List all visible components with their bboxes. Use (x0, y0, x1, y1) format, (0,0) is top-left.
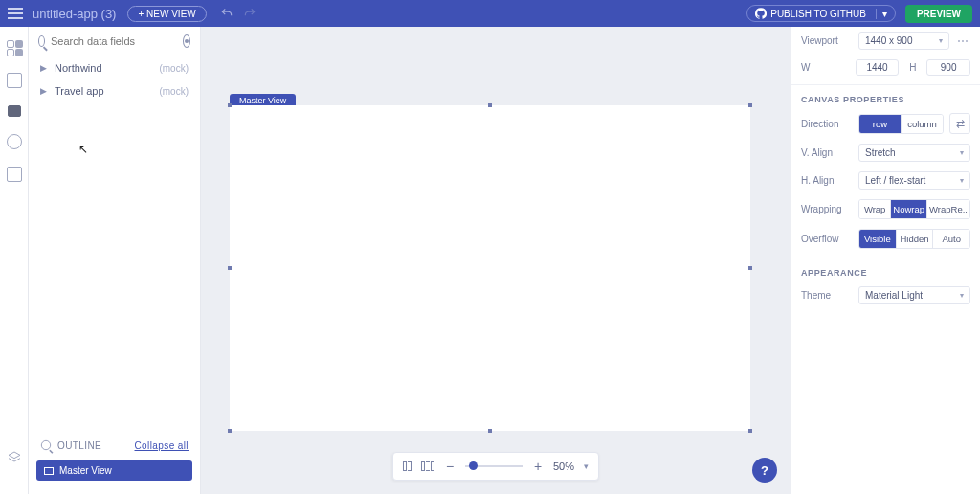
canvas[interactable] (230, 105, 750, 431)
datasource-item-northwind[interactable]: ▶ Northwind (mock) (29, 56, 200, 79)
section-canvas-properties: CANVAS PROPERTIES (791, 84, 980, 108)
prop-label-halign: H. Align (801, 175, 853, 186)
components-icon[interactable] (7, 40, 22, 56)
collapse-all-link[interactable]: Collapse all (135, 440, 189, 451)
chevron-down-icon: ▾ (939, 36, 943, 45)
outline-item-master-view[interactable]: Master View (36, 460, 192, 481)
canvas-area[interactable]: Master View − + 50% ▾ ? (201, 27, 791, 494)
zoom-in-button[interactable]: + (532, 459, 544, 474)
undo-icon[interactable] (220, 7, 234, 20)
direction-column-button[interactable]: column (902, 115, 943, 133)
target-icon[interactable] (183, 34, 190, 48)
nav-rail (0, 27, 29, 494)
theme-select[interactable]: Material Light ▾ (858, 286, 970, 304)
overflow-toggle: Visible Hidden Auto (858, 229, 970, 249)
cursor-icon: ↖ (78, 143, 88, 156)
top-bar: untitled-app (3) + NEW VIEW PUBLISH TO G… (0, 0, 980, 27)
main-area: ▶ Northwind (mock) ▶ Travel app (mock) ↖… (0, 27, 980, 494)
wrapping-toggle: Wrap Nowrap WrapRe.. (858, 199, 970, 219)
height-input[interactable]: 900 (926, 59, 970, 76)
redo-icon[interactable] (243, 7, 256, 20)
chevron-down-icon: ▾ (960, 148, 964, 157)
search-input[interactable] (51, 35, 183, 47)
outline-header: OUTLINE Collapse all (29, 434, 200, 457)
preview-button[interactable]: PREVIEW (905, 5, 972, 23)
prop-label-width: W (801, 62, 850, 73)
overflow-visible-button[interactable]: Visible (859, 230, 897, 248)
properties-panel: Viewport 1440 x 900 ▾ ⋯ W 1440 H 900 CAN… (791, 27, 980, 494)
zoom-value: 50% (553, 460, 574, 472)
assets-icon[interactable] (7, 167, 22, 182)
prop-label-height: H (904, 62, 921, 73)
search-icon (38, 35, 45, 47)
datasource-label: Northwind (55, 62, 102, 74)
valign-select[interactable]: Stretch ▾ (858, 144, 970, 162)
prop-label-wrapping: Wrapping (801, 204, 853, 214)
viewport-select[interactable]: 1440 x 900 ▾ (858, 32, 949, 50)
zoom-knob[interactable] (469, 461, 478, 470)
viewport-value: 1440 x 900 (865, 35, 913, 46)
layers-icon[interactable] (7, 450, 22, 465)
zoom-dropdown-icon[interactable]: ▾ (584, 461, 589, 471)
wrapreverse-button[interactable]: WrapRe.. (927, 200, 969, 218)
datasource-label: Travel app (55, 85, 104, 97)
help-button[interactable]: ? (752, 458, 777, 483)
prop-label-overflow: Overflow (801, 234, 853, 244)
datasource-tag: (mock) (159, 63, 189, 74)
publish-github-button[interactable]: PUBLISH TO GITHUB ▾ (746, 5, 896, 22)
prop-label-direction: Direction (801, 119, 853, 129)
chevron-right-icon: ▶ (40, 86, 47, 96)
prop-label-viewport: Viewport (801, 35, 853, 46)
datasource-tag: (mock) (159, 86, 189, 97)
theme-value: Material Light (865, 290, 923, 301)
app-name[interactable]: untitled-app (3) (33, 7, 116, 21)
zoom-out-button[interactable]: − (444, 459, 456, 474)
outline-label: OUTLINE (57, 440, 101, 451)
publish-label: PUBLISH TO GITHUB (770, 9, 866, 19)
views-icon[interactable] (7, 73, 22, 88)
more-icon[interactable]: ⋯ (955, 34, 970, 48)
data-icon[interactable] (8, 105, 21, 117)
prop-label-valign: V. Align (801, 147, 853, 158)
chevron-right-icon: ▶ (40, 63, 47, 73)
swap-icon[interactable]: ⇄ (949, 113, 970, 134)
zoom-toolbar: − + 50% ▾ (392, 452, 599, 481)
left-panel: ▶ Northwind (mock) ▶ Travel app (mock) ↖… (29, 27, 201, 494)
plugins-icon[interactable] (7, 134, 22, 149)
wrap-button[interactable]: Wrap (859, 200, 891, 218)
prop-label-theme: Theme (801, 290, 853, 301)
fit-width-icon[interactable] (403, 461, 412, 471)
width-input[interactable]: 1440 (856, 59, 900, 76)
halign-select[interactable]: Left / flex-start ▾ (858, 171, 970, 190)
direction-row-button[interactable]: row (859, 115, 902, 133)
nowrap-button[interactable]: Nowrap (891, 200, 927, 218)
search-row (29, 27, 200, 56)
outline-item-label: Master View (59, 465, 112, 476)
direction-toggle: row column (858, 114, 944, 134)
section-appearance: APPEARANCE (791, 258, 980, 281)
datasource-item-travel[interactable]: ▶ Travel app (mock) (29, 79, 200, 102)
halign-value: Left / flex-start (865, 175, 925, 186)
chevron-down-icon: ▾ (960, 291, 964, 300)
overflow-hidden-button[interactable]: Hidden (897, 230, 934, 248)
search-icon (41, 440, 51, 450)
view-icon (44, 467, 54, 475)
overflow-auto-button[interactable]: Auto (933, 230, 969, 248)
new-view-button[interactable]: + NEW VIEW (127, 6, 206, 22)
chevron-down-icon: ▾ (960, 176, 964, 185)
zoom-slider[interactable] (465, 465, 523, 467)
fit-screen-icon[interactable] (421, 461, 434, 471)
valign-value: Stretch (865, 147, 896, 158)
github-icon (755, 8, 767, 19)
publish-dropdown-icon[interactable]: ▾ (876, 9, 887, 19)
menu-icon[interactable] (8, 8, 23, 19)
